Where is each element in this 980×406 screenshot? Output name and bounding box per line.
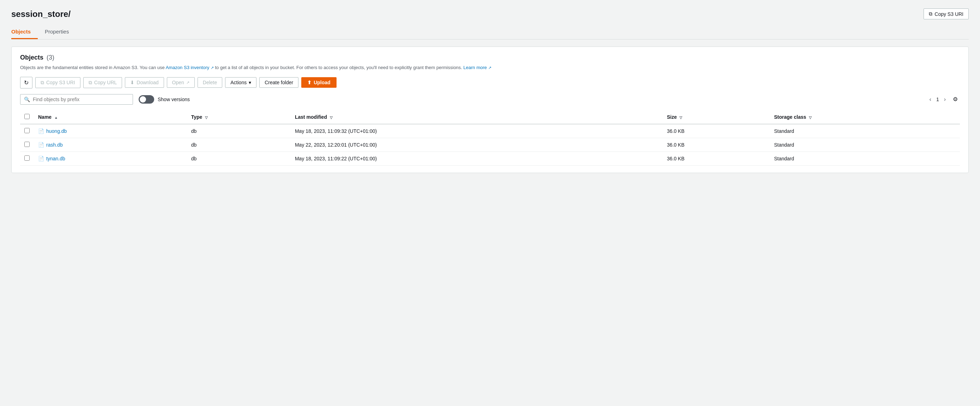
create-folder-button[interactable]: Create folder [259,77,298,88]
file-link-2[interactable]: tynan.db [46,156,65,162]
copy-url-button[interactable]: ⧉ Copy URL [83,77,123,88]
row-checkbox-1[interactable] [24,142,30,147]
col-last-modified[interactable]: Last modified ▽ [291,110,663,124]
objects-table: Name ▲ Type ▽ Last modified ▽ Size ▽ [20,110,960,166]
external-icon: ↗ [186,80,189,85]
cell-last-modified-0: May 18, 2023, 11:09:32 (UTC+01:00) [291,124,663,138]
row-checkbox-0[interactable] [24,128,30,133]
file-icon: 📄 [38,128,44,134]
table-settings-button[interactable]: ⚙ [951,94,960,104]
delete-button[interactable]: Delete [197,77,222,88]
show-versions-toggle-row: Show versions [138,95,190,104]
col-name[interactable]: Name ▲ [34,110,187,124]
chevron-left-icon: ‹ [929,96,931,102]
pagination-row: ‹ 1 › ⚙ [928,94,960,104]
search-icon: 🔍 [24,97,30,102]
cell-type-0: db [187,124,291,138]
select-all-checkbox[interactable] [24,114,30,119]
file-link-1[interactable]: rash.db [46,142,63,147]
sort-none-icon: ▽ [809,116,812,119]
cell-type-2: db [187,152,291,165]
card-header: Objects (3) Objects are the fundamental … [20,54,960,71]
cell-size-2: 36.0 KB [662,152,770,165]
upload-icon: ⬆ [307,80,312,85]
actions-button[interactable]: Actions ▾ [225,77,256,88]
col-storage-class[interactable]: Storage class ▽ [770,110,960,124]
cell-size-1: 36.0 KB [662,138,770,152]
pagination-current: 1 [936,97,939,102]
gear-icon: ⚙ [953,96,958,102]
row-checkbox-2[interactable] [24,155,30,161]
pagination-prev-button[interactable]: ‹ [928,95,934,104]
download-button[interactable]: ⬇ Download [125,77,164,88]
copy-s3-uri-toolbar-button[interactable]: ⧉ Copy S3 URI [35,77,80,88]
search-input[interactable] [33,97,129,102]
s3-inventory-link[interactable]: Amazon S3 inventory ↗ [166,65,214,70]
chevron-down-icon: ▾ [249,80,251,85]
sort-none-icon: ▽ [330,116,332,119]
file-icon: 📄 [38,156,44,162]
file-icon: 📄 [38,142,44,147]
open-button[interactable]: Open ↗ [167,77,195,88]
card-title: Objects (3) [20,54,960,61]
table-row: 📄 huong.db db May 18, 2023, 11:09:32 (UT… [20,124,960,138]
copy-icon: ⧉ [929,11,932,17]
cell-storage-class-2: Standard [770,152,960,165]
copy-icon: ⧉ [41,80,44,86]
download-icon: ⬇ [130,80,134,85]
show-versions-toggle[interactable] [138,95,154,104]
objects-card: Objects (3) Objects are the fundamental … [11,46,969,173]
pagination-next-button[interactable]: › [942,95,948,104]
cell-type-1: db [187,138,291,152]
cell-storage-class-0: Standard [770,124,960,138]
col-type[interactable]: Type ▽ [187,110,291,124]
toolbar: ↻ ⧉ Copy S3 URI ⧉ Copy URL ⬇ Download Op… [20,77,960,89]
tabs-container: Objects Properties [11,25,969,40]
sort-asc-icon: ▲ [54,116,58,119]
cell-last-modified-1: May 22, 2023, 12:20:01 (UTC+01:00) [291,138,663,152]
tab-objects[interactable]: Objects [11,25,38,39]
upload-button[interactable]: ⬆ Upload [301,77,336,88]
show-versions-label: Show versions [158,97,190,102]
table-row: 📄 tynan.db db May 18, 2023, 11:09:22 (UT… [20,152,960,165]
refresh-button[interactable]: ↻ [20,77,32,89]
cell-last-modified-2: May 18, 2023, 11:09:22 (UTC+01:00) [291,152,663,165]
copy-url-icon: ⧉ [89,80,92,86]
table-row: 📄 rash.db db May 22, 2023, 12:20:01 (UTC… [20,138,960,152]
tab-properties[interactable]: Properties [45,25,76,39]
page-title: session_store/ [11,9,70,19]
file-link-0[interactable]: huong.db [46,128,67,134]
cell-storage-class-1: Standard [770,138,960,152]
learn-more-link[interactable]: Learn more ↗ [463,65,492,70]
card-description: Objects are the fundamental entities sto… [20,64,960,71]
copy-s3-uri-button[interactable]: ⧉ Copy S3 URI [924,8,969,19]
sort-none-icon: ▽ [679,116,682,119]
cell-size-0: 36.0 KB [662,124,770,138]
col-size[interactable]: Size ▽ [662,110,770,124]
chevron-right-icon: › [944,96,946,102]
sort-none-icon: ▽ [205,116,208,119]
refresh-icon: ↻ [24,79,29,86]
search-box: 🔍 [20,94,133,105]
